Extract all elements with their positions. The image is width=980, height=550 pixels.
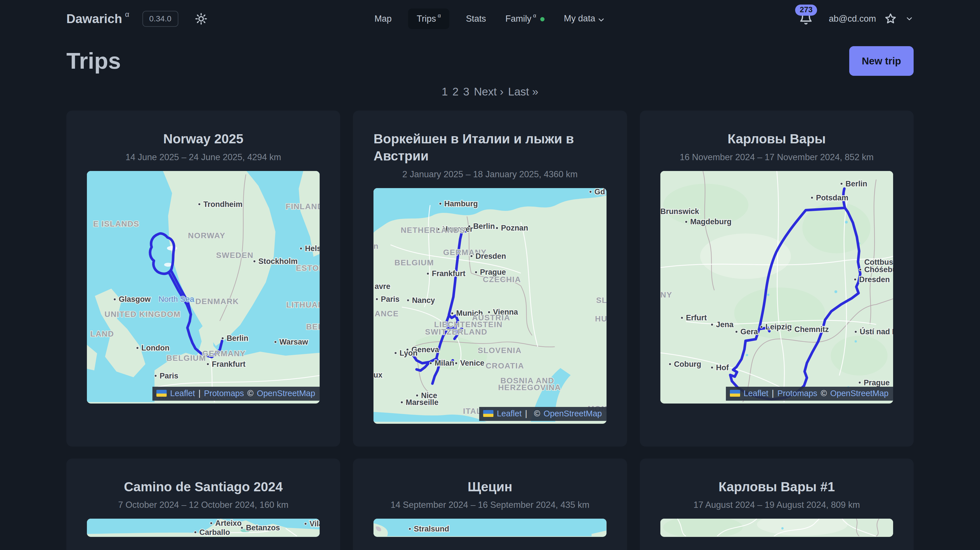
map-label: London: [141, 344, 170, 352]
version-badge: 0.34.0: [142, 11, 178, 27]
trip-card[interactable]: Воркейшен в Италии и лыжи в Австрии 2 Ja…: [353, 110, 627, 446]
map-label: Chóśebuz: [864, 265, 893, 274]
app-logo-text: Dawarich: [66, 12, 122, 26]
app-logo[interactable]: Dawarich α: [66, 12, 129, 26]
map-label: ANCE: [375, 309, 399, 318]
notifications-button[interactable]: 273: [799, 11, 813, 26]
trip-map[interactable]: TrondheimFINLANDE ISLANDSNORWAYHelsiSWED…: [87, 171, 320, 403]
map-label: UNITED KINGDOM: [105, 310, 181, 319]
favorite-button[interactable]: [885, 13, 897, 25]
map-label: Erfurt: [686, 314, 706, 322]
osm-link[interactable]: OpenStreetMap: [830, 389, 889, 398]
map-label: Chemnitz: [794, 325, 829, 334]
map-label: SLOVA: [596, 295, 606, 304]
leaflet-link[interactable]: Leaflet: [170, 389, 195, 398]
trip-dates: 14 June 2025 – 24 June 2025, 4294 km: [87, 152, 320, 163]
nav-item-map[interactable]: Map: [371, 9, 394, 29]
osm-link[interactable]: OpenStreetMap: [544, 409, 602, 418]
map-label: Marseille: [406, 398, 439, 407]
protomaps-link[interactable]: Protomaps: [204, 389, 244, 398]
theme-toggle-button[interactable]: [195, 13, 207, 25]
map-label: Milan: [435, 359, 454, 367]
map-label: LITHUANIA: [286, 300, 320, 309]
map-label: Stralsund: [414, 524, 449, 533]
map-label: n: [374, 241, 379, 250]
pagination-page-3[interactable]: 3: [463, 86, 469, 98]
trip-map[interactable]: GdHamburgHanoverBerlinPoznanNETHERLANDSn…: [374, 188, 606, 424]
trip-card[interactable]: Карловы Вары 16 November 2024 – 17 Novem…: [640, 110, 914, 446]
ukraine-flag-icon: [483, 410, 493, 417]
new-trip-button[interactable]: New trip: [849, 46, 914, 76]
nav-item-family[interactable]: Family α: [503, 9, 547, 29]
map-label: Helsi: [305, 244, 320, 253]
ukraine-flag-icon: [730, 390, 740, 397]
map-label: Frankfurt: [212, 360, 245, 368]
map-label: Gd: [595, 188, 605, 196]
pagination-last[interactable]: Last »: [508, 86, 538, 98]
chevron-down-icon: [597, 16, 606, 24]
trip-title[interactable]: Norway 2025: [163, 131, 243, 148]
trip-title[interactable]: Карловы Вары: [728, 131, 826, 148]
user-menu-button[interactable]: [905, 14, 914, 23]
pagination-next[interactable]: Next ›: [474, 86, 503, 98]
map-label: Stockholm: [258, 257, 298, 266]
trip-dates: 14 September 2024 – 16 September 2024, 4…: [374, 500, 606, 510]
map-attribution: Leaflet | © OpenStreetMap: [479, 407, 606, 421]
map-label: BELA: [306, 322, 320, 331]
page-title: Trips: [66, 48, 121, 74]
map-label: NETHERLANDS: [401, 226, 466, 234]
map-label: GERMANY: [202, 349, 246, 358]
user-email: ab@cd.com: [829, 14, 876, 24]
map-label: Paris: [159, 371, 178, 380]
trip-map[interactable]: Stralsund: [374, 519, 606, 537]
trip-map[interactable]: [660, 519, 893, 537]
app-logo-alpha: α: [125, 10, 129, 19]
pagination-page-2[interactable]: 2: [452, 86, 459, 98]
map-label: Dresden: [476, 252, 506, 260]
map-label: Coburg: [674, 360, 701, 368]
map-label: Lyon: [400, 349, 418, 357]
map-label: Berlin: [473, 222, 495, 231]
leaflet-link[interactable]: Leaflet: [497, 409, 522, 418]
map-label: SWEDEN: [216, 251, 253, 260]
trip-map[interactable]: BerlinPotsdamBrunswickMagdeburgCottbus -…: [660, 171, 893, 403]
trip-map[interactable]: ArteixoBetanzosVilaCarballo: [87, 519, 320, 537]
map-label: Leipzig: [765, 323, 792, 331]
pagination-page-1[interactable]: 1: [442, 86, 448, 98]
map-label: CROATIA: [486, 361, 524, 370]
map-label: Frankfurt: [432, 269, 466, 278]
trip-title[interactable]: Воркейшен в Италии и лыжи в Австрии: [374, 131, 606, 165]
osm-link[interactable]: OpenStreetMap: [257, 389, 315, 398]
nav-item-stats[interactable]: Stats: [463, 9, 489, 29]
map-label: LAND: [90, 330, 114, 338]
map-label: SWITZERLAND: [425, 327, 487, 336]
protomaps-link[interactable]: Protomaps: [778, 389, 817, 398]
navbar-right: 273 ab@cd.com: [799, 11, 914, 26]
trip-title[interactable]: Карловы Вары #1: [719, 478, 835, 496]
map-label: Gera: [740, 327, 758, 336]
map-label: Arteixo: [215, 519, 242, 528]
map-label: North Sea: [158, 295, 194, 303]
trip-card[interactable]: Щецин 14 September 2024 – 16 September 2…: [353, 459, 627, 550]
trip-card[interactable]: Camino de Santiago 2024 7 October 2024 –…: [66, 459, 340, 550]
map-label: Prague: [864, 378, 889, 387]
trip-title[interactable]: Camino de Santiago 2024: [124, 478, 283, 496]
map-label: HUNG: [595, 314, 606, 323]
map-label: Nancy: [412, 296, 435, 304]
trip-title[interactable]: Щецин: [468, 478, 512, 496]
map-label: Carballo: [199, 528, 230, 536]
map-label: Magdeburg: [690, 217, 731, 226]
trip-card[interactable]: Norway 2025 14 June 2025 – 24 June 2025,…: [66, 110, 340, 446]
map-label: BELGIUM: [166, 354, 206, 362]
map-label: SLOVENIA: [478, 346, 522, 354]
nav-item-my-data[interactable]: My data: [561, 9, 608, 29]
map-label: BELGIUM: [395, 258, 434, 267]
trip-card[interactable]: Карловы Вары #1 17 August 2024 – 19 Augu…: [640, 459, 914, 550]
ukraine-flag-icon: [156, 390, 167, 397]
map-label: Poznan: [501, 224, 528, 232]
map-label: Paris: [381, 295, 400, 303]
trip-dates: 17 August 2024 – 19 August 2024, 809 km: [660, 500, 893, 510]
nav-item-trips[interactable]: Trips α: [408, 8, 450, 29]
leaflet-link[interactable]: Leaflet: [743, 389, 768, 398]
map-label: Vila: [309, 520, 320, 528]
